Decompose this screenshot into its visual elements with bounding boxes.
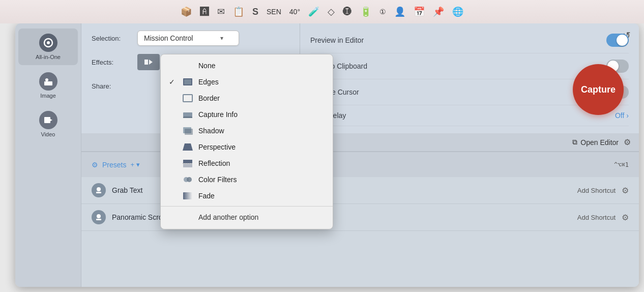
sidebar: All-in-One Image Video xyxy=(15,23,81,287)
menu-item-add-option[interactable]: Add another option xyxy=(161,209,333,226)
temperature: 40° xyxy=(289,8,300,16)
menu-item-capture-info-label: Capture Info xyxy=(198,110,238,119)
tablet-icon[interactable]: 📋 xyxy=(233,6,244,17)
video-label: Video xyxy=(41,131,55,137)
gmail-icon[interactable]: ✉ xyxy=(217,6,225,17)
menu-item-border[interactable]: Border xyxy=(161,90,333,106)
svg-rect-16 xyxy=(183,160,192,163)
menu-item-perspective[interactable]: Perspective xyxy=(161,139,333,155)
svg-rect-3 xyxy=(44,81,52,85)
menu-divider xyxy=(161,206,333,207)
perspective-icon xyxy=(182,142,193,152)
open-editor-button[interactable]: ⧉ Open Editor xyxy=(572,138,619,147)
calendar-icon[interactable]: 📅 xyxy=(414,6,425,17)
shape-icon[interactable]: ◇ xyxy=(328,6,335,17)
1password-icon[interactable]: 🅘 xyxy=(343,7,352,17)
svg-marker-5 xyxy=(50,119,52,121)
menu-item-fade-label: Fade xyxy=(198,192,215,200)
panoramic-icon xyxy=(92,210,106,224)
color-filters-icon xyxy=(182,175,193,184)
capture-button[interactable]: Capture xyxy=(573,64,624,115)
selection-row: Selection: Mission Control ▾ xyxy=(92,31,289,46)
preview-in-editor-row: Preview in Editor xyxy=(310,27,629,53)
menu-item-reflection[interactable]: Reflection xyxy=(161,155,333,171)
dropdown-menu: None ✓ Edges xyxy=(160,54,333,229)
menu-item-edges-label: Edges xyxy=(198,78,219,86)
battery-icon: 🔋 xyxy=(360,6,371,17)
menu-item-perspective-label: Perspective xyxy=(198,143,236,151)
presets-area: ⚙ Presets + ▾ xyxy=(92,161,140,169)
svg-point-24 xyxy=(97,214,101,218)
selection-dropdown[interactable]: Mission Control ▾ xyxy=(137,31,239,46)
dropdown-value: Mission Control xyxy=(144,34,193,42)
menu-item-border-label: Border xyxy=(198,94,220,102)
battery-percent: ① xyxy=(379,8,386,16)
image-icon xyxy=(39,72,57,91)
flask-icon[interactable]: 🧪 xyxy=(308,6,319,17)
presets-gear-icon[interactable]: ⚙ xyxy=(92,161,98,169)
globe-icon[interactable]: 🌐 xyxy=(452,6,463,17)
toggle-knob xyxy=(617,35,628,46)
actions-gear-icon[interactable]: ⚙ xyxy=(624,137,631,147)
menu-item-none-label: None xyxy=(198,62,215,70)
share-label: Share: xyxy=(92,82,132,90)
reflection-icon xyxy=(182,159,193,168)
svg-rect-17 xyxy=(183,164,192,167)
svg-point-20 xyxy=(187,177,192,182)
menu-item-color-filters[interactable]: Color Filters xyxy=(161,171,333,188)
preview-in-editor-label: Preview in Editor xyxy=(310,36,364,44)
weather-temp: SEN xyxy=(267,8,281,16)
effects-button[interactable] xyxy=(137,54,160,70)
add-preset-label: + ▾ xyxy=(130,161,139,168)
user-avatar[interactable]: 👤 xyxy=(394,6,405,17)
all-in-one-icon xyxy=(39,34,57,52)
selection-label: Selection: xyxy=(92,35,132,42)
add-preset-button[interactable]: + ▾ xyxy=(130,161,139,168)
menu-item-shadow[interactable]: Shadow xyxy=(161,123,333,139)
sidebar-item-all-in-one[interactable]: All-in-One xyxy=(18,28,78,65)
svg-marker-15 xyxy=(183,143,193,151)
pin-icon[interactable]: 📌 xyxy=(433,6,444,17)
sidebar-item-image[interactable]: Image xyxy=(18,67,78,104)
panoramic-shortcut-button[interactable]: Add Shortcut xyxy=(577,214,616,221)
svg-rect-21 xyxy=(183,192,192,199)
svg-rect-10 xyxy=(183,95,192,102)
svg-point-22 xyxy=(97,187,101,191)
menu-item-none[interactable]: None xyxy=(161,57,333,74)
add-option-label: Add another option xyxy=(198,213,258,221)
preview-in-editor-toggle[interactable] xyxy=(606,34,629,47)
app-panel: All-in-One Image Video Sele xyxy=(15,23,639,287)
menu-item-fade[interactable]: Fade xyxy=(161,188,333,204)
edges-icon xyxy=(182,77,193,86)
effects-label: Effects: xyxy=(92,59,132,66)
open-editor-label: Open Editor xyxy=(580,138,619,147)
svg-rect-4 xyxy=(44,117,50,123)
panoramic-gear-icon[interactable]: ⚙ xyxy=(622,213,629,222)
chevron-right-icon: › xyxy=(626,111,629,120)
grab-text-gear-icon[interactable]: ⚙ xyxy=(622,186,629,195)
menu-item-color-filters-label: Color Filters xyxy=(198,176,237,184)
capture-info-icon xyxy=(182,110,193,119)
center-panel: Selection: Mission Control ▾ Effects: xyxy=(81,23,639,287)
add-option-icon xyxy=(182,213,193,222)
grab-text-icon xyxy=(92,183,106,197)
open-editor-icon: ⧉ xyxy=(572,138,577,147)
sidebar-item-video[interactable]: Video xyxy=(18,106,78,142)
stripe-icon[interactable]: S xyxy=(252,7,258,17)
svg-marker-7 xyxy=(149,60,153,65)
image-label: Image xyxy=(40,93,56,99)
svg-rect-12 xyxy=(183,116,192,118)
menu-item-capture-info[interactable]: Capture Info xyxy=(161,106,333,123)
dropbox-icon[interactable]: 📦 xyxy=(181,6,192,17)
keyboard-shortcut: ^⌥⌘1 xyxy=(614,161,629,168)
svg-point-1 xyxy=(47,41,50,44)
time-delay-value[interactable]: Off › xyxy=(615,111,629,120)
chevron-down-icon: ▾ xyxy=(220,35,223,42)
grab-text-shortcut-button[interactable]: Add Shortcut xyxy=(577,187,616,194)
adobe-icon[interactable]: 🅰 xyxy=(200,7,209,17)
menu-item-edges[interactable]: ✓ Edges xyxy=(161,74,333,90)
svg-rect-9 xyxy=(184,79,191,84)
presets-label: Presets xyxy=(102,161,126,169)
svg-rect-6 xyxy=(144,60,148,65)
video-icon xyxy=(39,111,57,129)
